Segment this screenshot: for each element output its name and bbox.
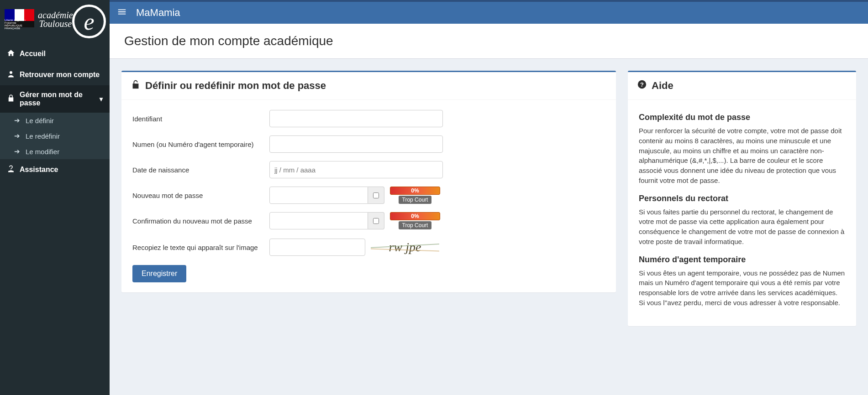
sidebar-subitem-redefinir: ➔ Le redéfinir bbox=[0, 128, 110, 144]
home-icon bbox=[7, 49, 15, 59]
help-text: Si vous êtes un agent temporaire, vous n… bbox=[639, 268, 845, 308]
sidebar-item-retrouver: Retrouver mon compte bbox=[0, 64, 110, 85]
svg-text:?: ? bbox=[640, 81, 644, 88]
arrow-right-icon: ➔ bbox=[13, 132, 21, 140]
page-header: Gestion de mon compte académique bbox=[110, 24, 868, 59]
label-identifiant: Identifiant bbox=[132, 115, 269, 123]
help-heading: Personnels du rectorat bbox=[639, 194, 845, 203]
academie-logo-text: académie Toulouse bbox=[38, 11, 73, 28]
question-icon: ? bbox=[637, 79, 647, 92]
app-title: MaMamia bbox=[136, 7, 180, 19]
sidebar-item-label: Gérer mon mot de passe bbox=[20, 91, 95, 107]
education-e-logo: e bbox=[72, 5, 106, 38]
chevron-down-icon: ▾ bbox=[100, 95, 103, 103]
show-confirm-toggle[interactable] bbox=[368, 212, 384, 229]
show-confirm-checkbox[interactable] bbox=[373, 218, 379, 224]
label-confirm-password: Confirmation du nouveau mot de passe bbox=[132, 217, 269, 225]
sidebar-item-assistance: Assistance bbox=[0, 159, 110, 180]
flag-line2: RÉPUBLIQUE FRANÇAISE bbox=[5, 24, 34, 30]
sidebar-item-gerer-mdp: Gérer mon mot de passe ▾ ➔ Le définir ➔ … bbox=[0, 85, 110, 159]
new-password-input[interactable] bbox=[269, 187, 368, 204]
panel-title-text: Définir ou redéfinir mon mot de passe bbox=[145, 80, 326, 92]
sidebar-item-label: Le modifier bbox=[26, 148, 59, 156]
sidebar-item-accueil: Accueil bbox=[0, 43, 110, 64]
password-form-panel: Définir ou redéfinir mon mot de passe Id… bbox=[121, 71, 616, 292]
arrow-right-icon: ➔ bbox=[13, 116, 21, 125]
svg-point-0 bbox=[10, 71, 12, 74]
help-icon bbox=[7, 165, 15, 175]
topbar: MaMamia bbox=[110, 0, 868, 24]
flag-logo: Liberté • Égalité • Fraternité RÉPUBLIQU… bbox=[5, 9, 34, 30]
help-text: Pour renforcer la sécurité de votre comp… bbox=[639, 126, 845, 186]
help-heading: Numéro d'agent temporaire bbox=[639, 255, 845, 265]
label-numen: Numen (ou Numéro d'agent temporaire) bbox=[132, 140, 269, 148]
captcha-input[interactable] bbox=[269, 239, 365, 256]
show-password-checkbox[interactable] bbox=[373, 192, 379, 198]
label-dob: Date de naissance bbox=[132, 166, 269, 174]
help-heading: Complexité du mot de passe bbox=[639, 113, 845, 122]
strength-label: Trop Court bbox=[399, 196, 432, 204]
help-panel: ? Aide Complexité du mot de passe Pour r… bbox=[628, 71, 856, 326]
strength-bar: 0% bbox=[390, 212, 440, 220]
sidebar-item-label: Assistance bbox=[20, 166, 58, 174]
sidebar-subitem-modifier: ➔ Le modifier bbox=[0, 144, 110, 159]
password-strength-meter: 0% Trop Court bbox=[390, 187, 440, 204]
sidebar-item-label: Retrouver mon compte bbox=[20, 71, 100, 79]
page-title: Gestion de mon compte académique bbox=[124, 34, 853, 48]
confirm-password-input[interactable] bbox=[269, 212, 368, 229]
strength-bar: 0% bbox=[390, 187, 440, 195]
unlock-icon bbox=[131, 79, 141, 92]
sidebar-item-label: Accueil bbox=[20, 50, 46, 58]
sidebar: Liberté • Égalité • Fraternité RÉPUBLIQU… bbox=[0, 0, 110, 395]
captcha-image: rw jpe bbox=[371, 238, 439, 257]
arrow-right-icon: ➔ bbox=[13, 147, 21, 156]
user-icon bbox=[7, 70, 15, 80]
sidebar-subitem-definir: ➔ Le définir bbox=[0, 113, 110, 128]
help-text: Si vous faites partie du personnel du re… bbox=[639, 207, 845, 247]
numen-input[interactable] bbox=[269, 135, 443, 153]
sidebar-item-label: Le définir bbox=[26, 117, 54, 125]
logo-area: Liberté • Égalité • Fraternité RÉPUBLIQU… bbox=[0, 0, 110, 43]
sidebar-item-label: Le redéfinir bbox=[26, 132, 60, 140]
lock-icon bbox=[7, 94, 15, 104]
dob-input[interactable] bbox=[269, 161, 443, 178]
label-new-password: Nouveau mot de passe bbox=[132, 192, 269, 199]
show-password-toggle[interactable] bbox=[368, 187, 384, 204]
help-title: Aide bbox=[652, 80, 673, 92]
identifiant-input[interactable] bbox=[269, 110, 443, 127]
menu-toggle-icon[interactable] bbox=[117, 7, 127, 19]
submit-button[interactable]: Enregistrer bbox=[132, 265, 186, 282]
label-captcha: Recopiez le texte qui apparaît sur l'ima… bbox=[132, 244, 269, 251]
sidebar-nav: Accueil Retrouver mon compte bbox=[0, 43, 110, 180]
confirm-strength-meter: 0% Trop Court bbox=[390, 212, 440, 229]
strength-label: Trop Court bbox=[399, 221, 432, 229]
